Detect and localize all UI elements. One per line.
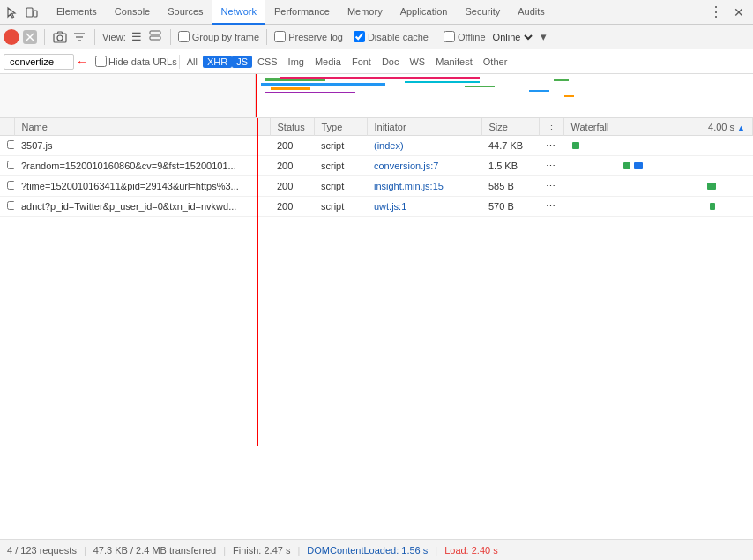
status-transferred: 47.3 KB / 2.4 MB transferred (93, 545, 216, 556)
row-checkbox[interactable] (7, 181, 14, 190)
cell-more[interactable]: ⋯ (539, 197, 563, 217)
tab-sources[interactable]: Sources (159, 0, 212, 25)
cell-name[interactable]: 3507.js (14, 136, 270, 156)
svg-rect-1 (26, 8, 33, 17)
cell-more[interactable]: ⋯ (539, 176, 563, 197)
cell-type: script (314, 136, 367, 156)
cell-type: script (314, 197, 367, 217)
cell-name[interactable]: adnct?p_id=Twitter&p_user_id=0&txn_id=nv… (14, 197, 270, 217)
offline-checkbox[interactable]: Offline (444, 31, 486, 42)
devtools-tab-bar: Elements Console Sources Network Perform… (0, 0, 753, 25)
cell-status: 200 (270, 156, 314, 176)
filter-xhr[interactable]: XHR (203, 56, 232, 68)
th-waterfall[interactable]: Waterfall 4.00 s ▲ (563, 118, 753, 136)
cell-size: 1.5 KB (481, 156, 539, 176)
cell-size: 44.7 KB (481, 136, 539, 156)
cell-size: 570 B (481, 197, 539, 217)
tab-audits[interactable]: Audits (509, 0, 554, 25)
timeline-header: 500 ms 1000 ms 1500 ms 2000 ms 2500 ms 3… (0, 74, 753, 118)
inspect-icon[interactable] (4, 4, 21, 21)
table-row: ?time=1520010163411&pid=29143&url=https%… (0, 176, 753, 197)
svg-rect-2 (34, 11, 37, 17)
tab-security[interactable]: Security (456, 0, 509, 25)
cell-waterfall (563, 136, 753, 156)
row-checkbox[interactable] (7, 201, 14, 210)
separator-4 (266, 29, 267, 45)
cell-initiator[interactable]: uwt.js:1 (367, 197, 481, 217)
status-requests: 4 / 123 requests (7, 545, 77, 556)
preserve-log-checkbox[interactable]: Preserve log (274, 31, 343, 42)
filter-all[interactable]: All (182, 55, 203, 69)
separator-2 (94, 29, 95, 45)
filter-ws[interactable]: WS (404, 55, 430, 69)
disable-cache-checkbox[interactable]: Disable cache (354, 31, 429, 42)
waterfall-bar (623, 162, 630, 169)
th-status[interactable]: Status (270, 118, 314, 136)
sort-icon: ▲ (737, 123, 745, 132)
tab-network[interactable]: Network (212, 0, 265, 25)
camera-button[interactable] (52, 29, 68, 45)
cell-status: 200 (270, 176, 314, 197)
tab-elements[interactable]: Elements (48, 0, 106, 25)
th-initiator[interactable]: Initiator (367, 118, 481, 136)
filter-other[interactable]: Other (478, 55, 513, 69)
large-rows-button[interactable] (147, 30, 163, 43)
group-by-frame-checkbox[interactable]: Group by frame (178, 31, 259, 42)
svg-rect-11 (150, 36, 160, 40)
filter-manifest[interactable]: Manifest (430, 55, 478, 69)
separator-5 (436, 29, 436, 45)
close-devtools-icon[interactable]: ✕ (728, 5, 749, 19)
separator-1 (44, 29, 45, 45)
filter-doc[interactable]: Doc (376, 55, 405, 69)
network-throttle-select[interactable]: Online (489, 31, 535, 43)
th-checkbox (0, 118, 14, 136)
tab-console[interactable]: Console (106, 0, 159, 25)
record-button[interactable] (4, 29, 19, 45)
network-table: Name Status Type Initiator Size (0, 118, 753, 217)
table-row: adnct?p_id=Twitter&p_user_id=0&txn_id=nv… (0, 197, 753, 217)
list-view-button[interactable]: ☰ (130, 30, 144, 43)
th-name[interactable]: Name (14, 118, 270, 136)
cell-more[interactable]: ⋯ (539, 156, 563, 176)
th-more[interactable]: ⋮ (539, 118, 563, 136)
filter-font[interactable]: Font (347, 55, 376, 69)
cell-waterfall (563, 197, 753, 217)
device-toolbar-icon[interactable] (23, 4, 41, 21)
status-finish: Finish: 2.47 s (233, 545, 290, 556)
th-size[interactable]: Size (481, 118, 539, 136)
cell-size: 585 B (481, 176, 539, 197)
filter-input[interactable] (4, 54, 74, 70)
filter-img[interactable]: Img (283, 55, 309, 69)
status-load[interactable]: Load: 2.40 s (444, 545, 498, 556)
cell-initiator[interactable]: insight.min.js:15 (367, 176, 481, 197)
cell-status: 200 (270, 136, 314, 156)
cell-more[interactable]: ⋯ (539, 136, 563, 156)
clear-button[interactable] (23, 30, 37, 44)
hide-data-urls-checkbox[interactable]: Hide data URLs (95, 56, 177, 67)
cell-initiator[interactable]: conversion.js:7 (367, 156, 481, 176)
tab-performance[interactable]: Performance (265, 0, 339, 25)
filter-js[interactable]: JS (232, 56, 252, 68)
filter-separator (179, 55, 180, 69)
throttle-expand-icon[interactable]: ▾ (539, 30, 548, 43)
table-header-row: Name Status Type Initiator Size (0, 118, 753, 136)
waterfall-bar (707, 183, 716, 190)
tab-application[interactable]: Application (391, 0, 457, 25)
th-type[interactable]: Type (314, 118, 367, 136)
status-domcontent[interactable]: DOMContentLoaded: 1.56 s (307, 545, 428, 556)
filter-button[interactable] (71, 29, 87, 45)
row-checkbox[interactable] (7, 140, 14, 149)
tab-memory[interactable]: Memory (339, 0, 391, 25)
cell-waterfall (563, 176, 753, 197)
main-area: 500 ms 1000 ms 1500 ms 2000 ms 2500 ms 3… (0, 74, 753, 446)
empty-space (0, 217, 753, 446)
red-vertical-line (256, 74, 257, 117)
cell-name[interactable]: ?random=1520010160860&cv=9&fst=15200101.… (14, 156, 270, 176)
cell-name[interactable]: ?time=1520010163411&pid=29143&url=https%… (14, 176, 270, 197)
filter-media[interactable]: Media (309, 55, 347, 69)
row-checkbox[interactable] (7, 161, 14, 169)
filter-css[interactable]: CSS (252, 55, 283, 69)
more-tabs-icon[interactable]: ⋮ (704, 4, 728, 20)
cell-initiator[interactable]: (index) (367, 136, 481, 156)
cell-type: script (314, 176, 367, 197)
